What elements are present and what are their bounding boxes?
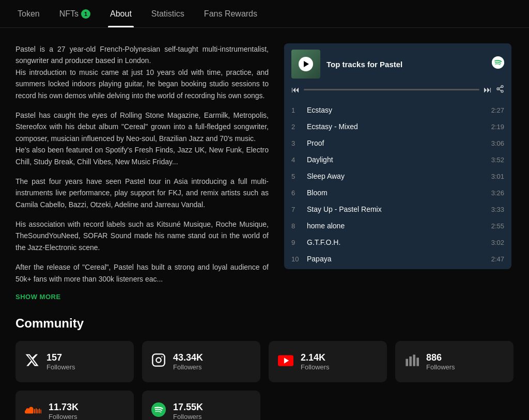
nav-nfts[interactable]: NFTs 1 — [57, 0, 92, 27]
prev-button[interactable]: ⏮ — [291, 85, 300, 95]
bio-para-4: His association with record labels such … — [15, 219, 269, 253]
analytics-label: Followers — [426, 363, 455, 371]
soundcloud-stats: 11.73K Followers — [49, 402, 79, 420]
spotify-community-icon — [151, 402, 166, 420]
youtube-icon — [278, 354, 293, 370]
tracks-title: Top tracks for Pastel — [326, 60, 486, 69]
show-more-button[interactable]: SHOW MORE — [15, 293, 269, 301]
spotify-community-card[interactable]: 17.55K Followers — [142, 391, 260, 420]
svg-line-4 — [499, 89, 502, 91]
twitter-count: 157 — [46, 352, 75, 363]
community-section: Community 157 Followers — [0, 311, 529, 420]
bio-section: Pastel is a 27 year-old French-Polynesia… — [15, 43, 269, 301]
tracks-section: Top tracks for Pastel ⏮ ⏭ — [284, 43, 511, 301]
svg-rect-6 — [152, 354, 164, 366]
table-row[interactable]: 9 G.T.F.O.H. 3:02 — [284, 234, 511, 251]
svg-point-1 — [501, 85, 503, 87]
table-row[interactable]: 6 Bloom 3:26 — [284, 184, 511, 201]
svg-line-5 — [499, 87, 502, 88]
table-row[interactable]: 8 home alone 2:55 — [284, 217, 511, 234]
analytics-icon — [404, 353, 419, 371]
twitter-stats: 157 Followers — [46, 352, 75, 371]
svg-rect-13 — [413, 354, 415, 366]
nav-token[interactable]: Token — [15, 0, 42, 27]
progress-bar[interactable] — [304, 89, 479, 90]
svg-rect-12 — [409, 356, 412, 366]
spotify-community-stats: 17.55K Followers — [173, 402, 203, 420]
youtube-count: 2.14K — [301, 352, 330, 363]
soundcloud-card[interactable]: 11.73K Followers — [15, 391, 134, 420]
analytics-card[interactable]: 886 Followers — [395, 341, 514, 382]
instagram-stats: 43.34K Followers — [173, 352, 203, 371]
main-content: Pastel is a 27 year-old French-Polynesia… — [0, 28, 529, 311]
tracks-title-area: Top tracks for Pastel — [326, 60, 486, 69]
album-thumbnail — [291, 50, 320, 79]
svg-point-8 — [161, 356, 162, 357]
svg-rect-14 — [416, 357, 419, 366]
svg-point-3 — [501, 90, 503, 92]
nav-about[interactable]: About — [108, 0, 134, 27]
bio-para-1: Pastel is a 27 year-old French-Polynesia… — [15, 43, 269, 101]
instagram-icon — [151, 353, 166, 371]
youtube-label: Followers — [301, 363, 330, 371]
svg-point-7 — [156, 357, 161, 362]
nav-statistics[interactable]: Statistics — [149, 0, 186, 27]
table-row[interactable]: 2 Ecstasy - Mixed 2:19 — [284, 118, 511, 135]
tracks-header: Top tracks for Pastel — [284, 43, 511, 85]
soundcloud-icon — [25, 403, 41, 419]
community-grid-row2: 11.73K Followers 17.55K Followers — [15, 391, 514, 420]
nft-badge: 1 — [81, 9, 90, 19]
tracks-card: Top tracks for Pastel ⏮ ⏭ — [284, 43, 511, 269]
progress-bar-area: ⏮ ⏭ — [284, 85, 511, 100]
instagram-card[interactable]: 43.34K Followers — [142, 341, 260, 382]
community-grid-row1: 157 Followers 43.34K Followers — [15, 341, 514, 382]
nav-bar: Token NFTs 1 About Statistics Fans Rewar… — [0, 0, 529, 28]
svg-point-2 — [497, 88, 499, 90]
soundcloud-count: 11.73K — [49, 402, 79, 413]
spotify-community-count: 17.55K — [173, 402, 203, 413]
table-row[interactable]: 3 Proof 3:06 — [284, 135, 511, 151]
svg-rect-19 — [41, 409, 41, 413]
youtube-card[interactable]: 2.14K Followers — [269, 341, 387, 382]
bio-para-5: After the release of "Cereal", Pastel ha… — [15, 261, 269, 285]
bio-text: Pastel is a 27 year-old French-Polynesia… — [15, 43, 269, 285]
bio-para-3: The past four years have seen Pastel tou… — [15, 176, 269, 210]
table-row[interactable]: 10 Papaya 2:47 — [284, 251, 511, 267]
svg-rect-11 — [406, 359, 408, 366]
table-row[interactable]: 7 Stay Up - Pastel Remix 3:33 — [284, 201, 511, 217]
analytics-count: 886 — [426, 352, 455, 363]
youtube-stats: 2.14K Followers — [301, 352, 330, 371]
community-title: Community — [15, 316, 514, 331]
next-button[interactable]: ⏭ — [484, 85, 492, 95]
analytics-stats: 886 Followers — [426, 352, 455, 371]
table-row[interactable]: 1 Ecstasy 2:27 — [284, 102, 511, 118]
spotify-community-label: Followers — [173, 413, 203, 420]
spotify-icon — [492, 56, 504, 72]
instagram-label: Followers — [173, 363, 203, 371]
twitter-label: Followers — [46, 363, 75, 371]
svg-rect-15 — [34, 409, 35, 413]
twitter-card[interactable]: 157 Followers — [15, 341, 134, 382]
instagram-count: 43.34K — [173, 352, 203, 363]
svg-rect-17 — [37, 409, 38, 413]
nav-fans-rewards[interactable]: Fans Rewards — [202, 0, 259, 27]
share-button[interactable] — [496, 85, 504, 95]
soundcloud-label: Followers — [49, 413, 79, 420]
svg-rect-16 — [36, 408, 37, 413]
twitter-icon — [25, 353, 39, 371]
svg-rect-18 — [39, 408, 40, 413]
table-row[interactable]: 4 Daylight 3:52 — [284, 151, 511, 168]
play-button[interactable] — [299, 57, 313, 71]
track-list: 1 Ecstasy 2:27 2 Ecstasy - Mixed 2:19 3 … — [284, 100, 511, 269]
bio-para-2: Pastel has caught the eyes of Rolling St… — [15, 110, 269, 167]
table-row[interactable]: 5 Sleep Away 3:01 — [284, 168, 511, 184]
